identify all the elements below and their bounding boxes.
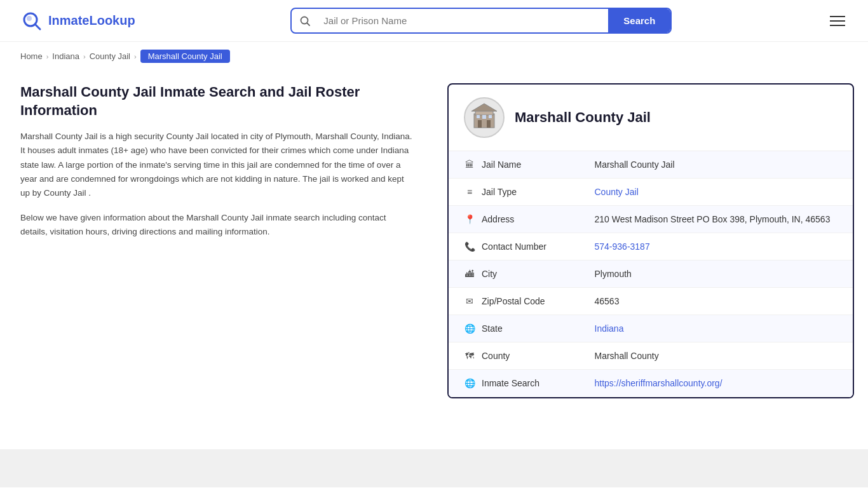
- table-label-cell-county: 🗺 County: [464, 350, 510, 362]
- table-label-cell-contact-number: 📞 Contact Number: [464, 241, 546, 252]
- row-label-jail-name: Jail Name: [482, 159, 521, 170]
- info-card-header: Marshall County Jail: [449, 85, 853, 151]
- row-label-address: Address: [482, 214, 514, 224]
- svg-rect-7: [487, 120, 491, 128]
- row-label-city: City: [482, 269, 497, 279]
- logo-icon: [20, 10, 43, 32]
- info-card-title: Marshall County Jail: [515, 109, 651, 126]
- page-heading: Marshall County Jail Inmate Search and J…: [20, 83, 414, 119]
- svg-point-2: [27, 16, 32, 21]
- svg-rect-12: [489, 115, 492, 118]
- hamburger-line-2: [830, 20, 845, 22]
- table-value-cell-state[interactable]: Indiana: [580, 315, 853, 342]
- breadcrumb-county-jail[interactable]: County Jail: [90, 51, 130, 61]
- svg-point-3: [301, 17, 308, 24]
- hamburger-line-3: [830, 25, 845, 26]
- row-icon-contact-number: 📞: [464, 241, 475, 252]
- table-label-cell-address: 📍 Address: [464, 214, 514, 225]
- search-icon: [292, 15, 318, 27]
- hamburger-menu-button[interactable]: [827, 13, 848, 29]
- row-icon-jail-name: 🏛: [464, 159, 475, 170]
- table-value-cell-city: Plymouth: [580, 261, 853, 288]
- row-label-inmate-search: Inmate Search: [482, 378, 539, 388]
- table-row: 🌐 State Indiana: [449, 315, 853, 342]
- row-link-inmate-search[interactable]: https://sheriffmarshallcounty.org/: [595, 378, 722, 388]
- table-row: 🌐 Inmate Search https://sheriffmarshallc…: [449, 370, 853, 397]
- svg-rect-11: [477, 115, 480, 118]
- breadcrumb-chevron-1: ›: [46, 53, 49, 60]
- description-paragraph-2: Below we have given information about th…: [20, 211, 414, 240]
- table-label-cell-jail-name: 🏛 Jail Name: [464, 159, 521, 170]
- site-header: InmateLookup Search: [0, 0, 868, 42]
- search-input[interactable]: [318, 9, 608, 32]
- hamburger-line-1: [830, 16, 845, 17]
- jail-avatar: [464, 97, 505, 138]
- svg-rect-6: [478, 120, 482, 128]
- table-row: 📍 Address 210 West Madison Street PO Box…: [449, 206, 853, 233]
- logo[interactable]: InmateLookup: [20, 10, 135, 32]
- table-value-cell-jail-name: Marshall County Jail: [580, 151, 853, 179]
- row-link-contact-number[interactable]: 574-936-3187: [595, 241, 650, 252]
- table-label-cell-state: 🌐 State: [464, 323, 503, 334]
- table-row: 🏙 City Plymouth: [449, 261, 853, 288]
- table-value-cell-county: Marshall County: [580, 342, 853, 370]
- row-label-state: State: [482, 323, 503, 334]
- row-label-zip: Zip/Postal Code: [482, 296, 545, 306]
- row-label-jail-type: Jail Type: [482, 187, 517, 197]
- svg-line-4: [308, 23, 310, 25]
- table-value-cell-address: 210 West Madison Street PO Box 398, Plym…: [580, 206, 853, 233]
- breadcrumb-indiana[interactable]: Indiana: [52, 51, 79, 61]
- row-icon-county: 🗺: [464, 350, 475, 362]
- logo-text: InmateLookup: [48, 13, 135, 28]
- table-row: 🗺 County Marshall County: [449, 342, 853, 370]
- breadcrumb: Home › Indiana › County Jail › Marshall …: [0, 42, 868, 71]
- row-link-jail-type[interactable]: County Jail: [595, 187, 639, 197]
- svg-line-1: [35, 24, 40, 29]
- table-value-cell-zip: 46563: [580, 288, 853, 315]
- row-icon-city: 🏙: [464, 268, 475, 280]
- row-icon-address: 📍: [464, 214, 475, 225]
- table-value-cell-contact-number[interactable]: 574-936-3187: [580, 233, 853, 261]
- breadcrumb-chevron-3: ›: [134, 53, 137, 60]
- row-icon-inmate-search: 🌐: [464, 377, 475, 389]
- breadcrumb-chevron-2: ›: [83, 53, 86, 60]
- footer-background: [0, 449, 868, 487]
- row-label-county: County: [482, 351, 510, 361]
- row-link-state[interactable]: Indiana: [595, 323, 624, 334]
- row-icon-zip: ✉: [464, 295, 475, 307]
- info-table: 🏛 Jail Name Marshall County Jail ≡ Jail …: [449, 151, 853, 397]
- search-wrapper: Search: [290, 8, 672, 34]
- left-panel: Marshall County Jail Inmate Search and J…: [20, 83, 427, 249]
- table-value-cell-inmate-search[interactable]: https://sheriffmarshallcounty.org/: [580, 370, 853, 397]
- search-area: Search: [290, 8, 672, 34]
- svg-marker-9: [471, 104, 497, 111]
- row-icon-state: 🌐: [464, 323, 475, 334]
- breadcrumb-current: Marshall County Jail: [140, 50, 230, 63]
- svg-rect-10: [482, 115, 486, 119]
- main-content: Marshall County Jail Inmate Search and J…: [0, 71, 868, 411]
- table-row: 🏛 Jail Name Marshall County Jail: [449, 151, 853, 179]
- search-button[interactable]: Search: [608, 9, 670, 32]
- table-label-cell-jail-type: ≡ Jail Type: [464, 186, 517, 198]
- table-row: ≡ Jail Type County Jail: [449, 179, 853, 206]
- table-row: ✉ Zip/Postal Code 46563: [449, 288, 853, 315]
- row-icon-jail-type: ≡: [464, 186, 475, 198]
- info-card: Marshall County Jail 🏛 Jail Name Marshal…: [447, 83, 854, 398]
- table-label-cell-city: 🏙 City: [464, 268, 497, 280]
- table-value-cell-jail-type[interactable]: County Jail: [580, 179, 853, 206]
- description-paragraph-1: Marshall County Jail is a high security …: [20, 130, 414, 200]
- row-label-contact-number: Contact Number: [482, 241, 546, 252]
- breadcrumb-home[interactable]: Home: [20, 51, 43, 61]
- table-label-cell-zip: ✉ Zip/Postal Code: [464, 295, 545, 307]
- table-row: 📞 Contact Number 574-936-3187: [449, 233, 853, 261]
- table-label-cell-inmate-search: 🌐 Inmate Search: [464, 377, 539, 389]
